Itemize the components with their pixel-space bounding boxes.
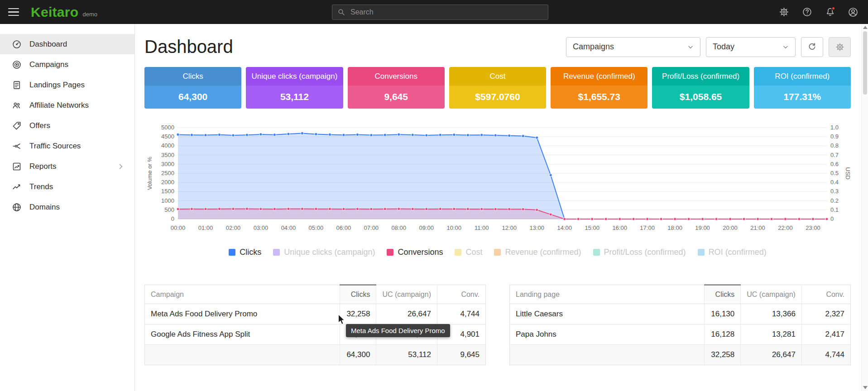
svg-text:0.3: 0.3 [830, 188, 839, 195]
metric-card-label: Clicks [144, 67, 241, 86]
dashboard-chart-svg[interactable]: 005000.110000.215000.320000.425000.53000… [144, 123, 851, 238]
offer-tag-icon [12, 121, 22, 131]
legend-label: Conversions [398, 248, 443, 257]
totals-row: 64,30053,1129,645 [145, 345, 486, 365]
search-box[interactable] [332, 5, 548, 20]
table-row[interactable]: Little Caesars16,13013,3662,327 [510, 304, 851, 324]
app-root: Keitaro demo Da [0, 0, 868, 24]
hamburger-menu-icon[interactable] [8, 8, 19, 16]
search-input[interactable] [350, 8, 543, 17]
metric-card-conversions[interactable]: Conversions9,645 [348, 67, 445, 109]
svg-text:Volume or %: Volume or % [146, 157, 153, 190]
scroll-down-arrow-icon[interactable] [863, 386, 868, 389]
metric-card-label: ROI (confirmed) [754, 67, 851, 86]
column-header-clicks[interactable]: Clicks [705, 285, 741, 304]
sidebar-item-trends[interactable]: Trends [0, 176, 134, 197]
sidebar-item-reports[interactable]: Reports [0, 156, 134, 176]
metric-card-value: 64,300 [144, 86, 241, 109]
svg-text:14:00: 14:00 [557, 224, 572, 231]
column-header-conv[interactable]: Conv. [437, 285, 485, 304]
total-cell: 26,647 [741, 345, 802, 365]
value-cell: 2,417 [801, 324, 850, 345]
scroll-up-arrow-icon[interactable] [863, 26, 868, 29]
column-header-uc-campaign[interactable]: UC (campaign) [741, 285, 802, 304]
page-title: Dashboard [144, 37, 233, 57]
total-cell [145, 345, 340, 365]
svg-text:17:00: 17:00 [640, 224, 655, 231]
svg-text:07:00: 07:00 [364, 224, 379, 231]
legend-swatch [273, 249, 280, 256]
column-header-clicks[interactable]: Clicks [340, 285, 376, 304]
people-icon [12, 100, 22, 110]
sidebar-item-traffic-sources[interactable]: Traffic Sources [0, 136, 134, 156]
date-range-value: Today [713, 42, 734, 52]
svg-text:0: 0 [171, 215, 174, 222]
svg-text:12:00: 12:00 [502, 224, 517, 231]
user-avatar-icon[interactable] [847, 6, 859, 18]
svg-text:19:00: 19:00 [695, 224, 710, 231]
legend-item-profit-loss-confirmed[interactable]: Profit/Loss (confirmed) [593, 248, 686, 257]
column-header-uc-campaign[interactable]: UC (campaign) [376, 285, 437, 304]
legend-item-roi-confirmed[interactable]: ROI (confirmed) [698, 248, 767, 257]
sidebar-nav: DashboardCampaignsLandings PagesAffiliat… [0, 34, 134, 217]
svg-text:18:00: 18:00 [667, 224, 682, 231]
totals-row: 32,25826,6474,744 [510, 345, 851, 365]
legend-item-cost[interactable]: Cost [455, 248, 482, 257]
keitaro-logo[interactable]: Keitaro demo [31, 5, 97, 19]
metric-card-profit-loss-confirmed[interactable]: Profit/Loss (confirmed)$1,058.65 [652, 67, 749, 109]
date-range-select[interactable]: Today [706, 37, 796, 57]
svg-text:0.9: 0.9 [830, 133, 839, 140]
svg-text:1.0: 1.0 [830, 124, 839, 131]
legend-label: ROI (confirmed) [709, 248, 767, 257]
sidebar-item-campaigns[interactable]: Campaigns [0, 54, 134, 75]
sidebar-item-offers[interactable]: Offers [0, 115, 134, 136]
campaigns-filter-select[interactable]: Campaigns [566, 37, 700, 57]
refresh-icon [807, 42, 817, 52]
legend-item-clicks[interactable]: Clicks [229, 248, 261, 257]
value-cell: 16,128 [705, 324, 741, 345]
value-cell: 16,130 [705, 304, 741, 324]
metric-card-value: 9,645 [348, 86, 445, 109]
legend-item-revenue-confirmed[interactable]: Revenue (confirmed) [494, 248, 581, 257]
chart-legend: ClicksUnique clicks (campaign)Conversion… [144, 248, 851, 257]
help-icon[interactable] [801, 6, 813, 18]
sidebar-item-affiliate-networks[interactable]: Affiliate Networks [0, 95, 134, 115]
sidebar-item-label: Reports [29, 162, 57, 171]
value-cell: 13,366 [741, 304, 802, 324]
svg-text:0.2: 0.2 [830, 197, 839, 204]
dashboard-settings-button[interactable] [829, 37, 851, 57]
sidebar-item-landings-pages[interactable]: Landings Pages [0, 75, 134, 95]
metric-card-cost[interactable]: Cost$597.0760 [449, 67, 546, 109]
value-cell: 32,258 [340, 304, 376, 324]
column-header-landing-page[interactable]: Landing page [510, 285, 705, 304]
metric-card-revenue-confirmed[interactable]: Revenue (confirmed)$1,655.73 [551, 67, 647, 109]
metric-card-roi-confirmed[interactable]: ROI (confirmed)177.31% [754, 67, 851, 109]
legend-label: Clicks [240, 248, 261, 257]
svg-text:10:00: 10:00 [447, 224, 462, 231]
sidebar-item-dashboard[interactable]: Dashboard [0, 34, 134, 54]
legend-label: Revenue (confirmed) [505, 248, 581, 257]
metric-card-unique-clicks-campaign[interactable]: Unique clicks (campaign)53,112 [246, 67, 343, 109]
notifications-bell-icon[interactable] [824, 6, 836, 18]
page-scrollbar[interactable] [861, 24, 868, 391]
sidebar-item-label: Dashboard [29, 40, 67, 49]
refresh-button[interactable] [801, 37, 823, 57]
svg-text:04:00: 04:00 [281, 224, 296, 231]
sidebar-item-domains[interactable]: Domains [0, 197, 134, 217]
column-header-campaign[interactable]: Campaign [145, 285, 340, 304]
svg-text:4000: 4000 [161, 142, 174, 149]
metric-card-value: $1,058.65 [652, 86, 749, 109]
scrollbar-thumb[interactable] [863, 31, 867, 95]
table-row[interactable]: Papa Johns16,12813,2812,417 [510, 324, 851, 345]
svg-text:500: 500 [164, 206, 174, 213]
dashboard-controls: Campaigns Today [566, 37, 851, 57]
table-row[interactable]: Meta Ads Food Delivery Promo32,25826,647… [145, 304, 486, 324]
legend-item-conversions[interactable]: Conversions [387, 248, 443, 257]
svg-text:05:00: 05:00 [309, 224, 324, 231]
total-cell: 9,645 [437, 345, 485, 365]
table-header-row: Landing pageClicksUC (campaign)Conv. [510, 285, 851, 304]
metric-card-clicks[interactable]: Clicks64,300 [144, 67, 241, 109]
column-header-conv[interactable]: Conv. [801, 285, 850, 304]
legend-item-unique-clicks-campaign[interactable]: Unique clicks (campaign) [273, 248, 375, 257]
settings-gear-icon[interactable] [778, 6, 790, 18]
